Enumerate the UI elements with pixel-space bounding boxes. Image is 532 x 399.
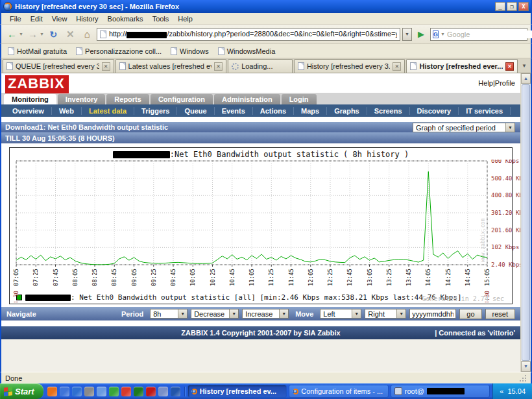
- bookmark-item[interactable]: Windows: [171, 47, 209, 55]
- minimize-button[interactable]: _: [495, 2, 505, 11]
- main-menu-reports[interactable]: Reports: [106, 94, 149, 104]
- sub-menu-actions[interactable]: Actions: [253, 107, 294, 115]
- profile-link[interactable]: Profile: [495, 79, 515, 87]
- sub-menu-it-services[interactable]: IT services: [459, 107, 511, 115]
- sub-menu-discovery[interactable]: Discovery: [410, 107, 459, 115]
- zabbix-main-menu: MonitoringInventoryReportsConfigurationA…: [1, 93, 520, 104]
- graph-type-select[interactable]: Graph of specified period ▼: [413, 123, 515, 132]
- search-window-quicklaunch-icon[interactable]: [158, 387, 168, 396]
- stop-button[interactable]: ✕: [63, 27, 78, 42]
- green-app-quicklaunch-icon[interactable]: [109, 387, 119, 396]
- svg-text:11:25: 11:25: [268, 269, 274, 286]
- tab-close-icon[interactable]: ✕: [505, 62, 514, 71]
- globe-quicklaunch-icon[interactable]: [134, 387, 143, 396]
- menu-file[interactable]: File: [5, 14, 26, 24]
- select-arrow-icon: ▼: [178, 309, 187, 318]
- main-menu-administration[interactable]: Administration: [214, 94, 280, 104]
- task-button[interactable]: Configuration of items - ...: [289, 385, 389, 398]
- browser-tab[interactable]: QUEUE [refreshed every 3...✕: [3, 59, 114, 73]
- forward-button[interactable]: →: [25, 27, 40, 42]
- list-all-tabs-icon[interactable]: ▼: [519, 59, 529, 73]
- acrobat-quicklaunch-icon[interactable]: [121, 387, 131, 396]
- start-button[interactable]: Start: [0, 383, 43, 399]
- main-menu-monitoring[interactable]: Monitoring: [4, 94, 56, 104]
- tab-close-icon[interactable]: ✕: [102, 62, 110, 71]
- reset-button[interactable]: reset: [485, 309, 515, 319]
- firefox-quicklaunch-icon[interactable]: [47, 387, 57, 396]
- menu-history[interactable]: History: [71, 14, 103, 24]
- svg-text:14:05: 14:05: [425, 269, 431, 286]
- url-dropdown-button[interactable]: ▼: [402, 28, 412, 41]
- sub-menu-queue[interactable]: Queue: [177, 107, 214, 115]
- menu-help[interactable]: Help: [173, 14, 197, 24]
- maximize-button[interactable]: ❐: [507, 2, 517, 11]
- windows-flag-icon: [4, 387, 12, 396]
- svg-text:2.40 Kbps: 2.40 Kbps: [491, 261, 523, 268]
- windows-cascade-quicklaunch-icon[interactable]: [97, 387, 106, 396]
- scroll-down-icon[interactable]: ▼: [521, 361, 531, 372]
- menu-tools[interactable]: Tools: [148, 14, 174, 24]
- back-history-caret[interactable]: ▼: [19, 32, 23, 36]
- search-input[interactable]: [447, 30, 532, 38]
- go-period-button[interactable]: go: [459, 309, 481, 319]
- scroll-up-icon[interactable]: ▲: [521, 73, 531, 84]
- task-button[interactable]: root@: [391, 385, 490, 398]
- input-device-quicklaunch-icon[interactable]: [84, 387, 94, 396]
- window-titlebar[interactable]: History [refreshed every 30 sec] - Mozil…: [0, 0, 532, 13]
- bookmark-item[interactable]: HotMail gratuita: [8, 47, 67, 55]
- period-select[interactable]: 8h▼: [150, 309, 187, 319]
- sub-menu-overview[interactable]: Overview: [5, 107, 52, 115]
- thunderbird-quicklaunch-icon[interactable]: [60, 387, 69, 396]
- menu-view[interactable]: View: [47, 14, 72, 24]
- sub-menu-events[interactable]: Events: [215, 107, 253, 115]
- avira-quicklaunch-icon[interactable]: [146, 387, 156, 396]
- main-menu-configuration[interactable]: Configuration: [151, 94, 213, 104]
- sub-menu-triggers[interactable]: Triggers: [134, 107, 177, 115]
- vertical-scrollbar[interactable]: ▲ ▼: [520, 73, 531, 372]
- stime-input[interactable]: [409, 309, 456, 319]
- reload-button[interactable]: ↻: [46, 27, 61, 42]
- forward-history-caret[interactable]: ▼: [40, 32, 44, 36]
- tab-close-icon[interactable]: ✕: [393, 62, 401, 71]
- scrollbar-thumb[interactable]: [522, 84, 530, 361]
- main-menu-inventory[interactable]: Inventory: [58, 94, 106, 104]
- sub-menu-maps[interactable]: Maps: [294, 107, 327, 115]
- sub-menu-graphs[interactable]: Graphs: [327, 107, 367, 115]
- google-engine-icon[interactable]: G: [433, 30, 439, 38]
- sub-menu-latest-data[interactable]: Latest data: [82, 107, 134, 115]
- tray-collapse-icon[interactable]: «: [500, 387, 503, 395]
- sub-menu-web[interactable]: Web: [52, 107, 82, 115]
- increase-select[interactable]: Increase▼: [242, 309, 289, 319]
- tab-close-icon[interactable]: ✕: [214, 62, 223, 71]
- menu-bookmarks[interactable]: Bookmarks: [103, 14, 148, 24]
- bookmark-item[interactable]: Personalizzazione coll...: [76, 47, 162, 55]
- bookmark-item[interactable]: WindowsMedia: [218, 47, 276, 55]
- back-button[interactable]: ←: [5, 27, 19, 42]
- home-button[interactable]: ⌂: [80, 27, 95, 42]
- browser-tab[interactable]: History [refreshed ever...✕: [406, 59, 518, 73]
- svg-text:08.30: 08.30: [484, 291, 490, 302]
- search-box[interactable]: G ▼: [430, 28, 527, 41]
- resize-grip[interactable]: [519, 374, 527, 382]
- url-bar[interactable]: http:///zabbix/history.php?period=28800&…: [97, 28, 400, 41]
- move-right-select[interactable]: Right▼: [365, 309, 406, 319]
- sub-menu-screens[interactable]: Screens: [367, 107, 410, 115]
- select-arrow-icon: ▼: [505, 123, 514, 132]
- chart-app-quicklaunch-icon[interactable]: [72, 387, 82, 396]
- browser-tab[interactable]: History [refreshed every 3...✕: [294, 59, 405, 73]
- tab-label: QUEUE [refreshed every 3...: [16, 62, 99, 70]
- menu-edit[interactable]: Edit: [26, 14, 47, 24]
- bandwidth-line-chart: 600 Kbps500.40 Kbps400.80 Kbps301.20 Kbp…: [11, 160, 524, 302]
- decrease-select[interactable]: Decrease▼: [191, 309, 239, 319]
- go-button[interactable]: ▶: [414, 27, 428, 42]
- move-left-select[interactable]: Left▼: [320, 309, 361, 319]
- help-link[interactable]: Help: [478, 79, 493, 87]
- main-menu-login[interactable]: Login: [282, 94, 317, 104]
- browser-tab[interactable]: Latest values [refreshed ev...✕: [115, 59, 227, 73]
- task-button[interactable]: History [refreshed ev...: [187, 385, 287, 398]
- engine-caret-icon[interactable]: ▼: [441, 32, 445, 36]
- close-button[interactable]: X: [518, 2, 529, 11]
- browser-tab[interactable]: Loading...: [228, 59, 293, 73]
- url-text[interactable]: http:///zabbix/history.php?period=28800&…: [109, 30, 397, 38]
- binoculars-quicklaunch-icon[interactable]: [171, 387, 180, 396]
